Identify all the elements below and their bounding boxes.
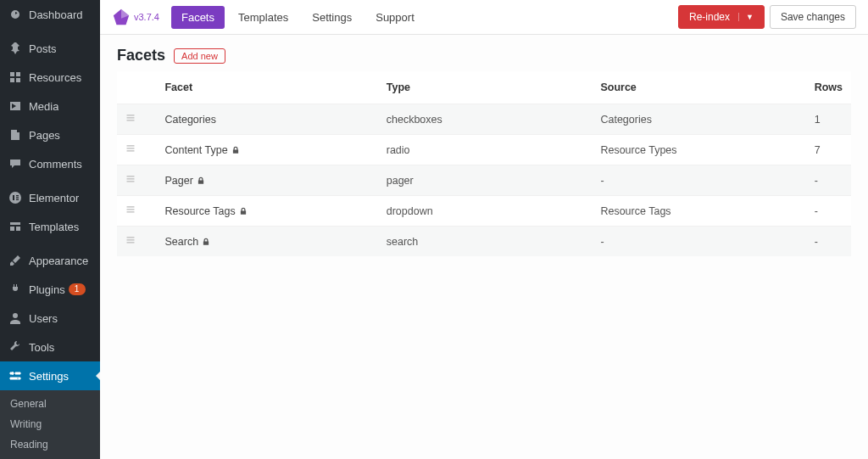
sidebar-item-label: Media — [29, 100, 58, 113]
drag-handle-icon[interactable] — [125, 114, 136, 126]
tab-templates[interactable]: Templates — [228, 6, 298, 29]
plug-icon — [7, 281, 24, 298]
facet-name-link[interactable]: Search — [164, 236, 198, 248]
drag-handle-icon[interactable] — [125, 175, 136, 187]
sidebar-item-tools[interactable]: Tools — [0, 333, 100, 361]
pin-icon — [7, 40, 24, 57]
submenu-item-reading[interactable]: Reading — [0, 434, 100, 455]
sidebar-item-label: Comments — [29, 158, 82, 171]
submenu-item-discussion[interactable]: Discussion — [0, 455, 100, 459]
sidebar-item-resources[interactable]: Resources — [0, 63, 100, 92]
sidebar-item-label: Appearance — [29, 255, 88, 267]
sidebar-item-appearance[interactable]: Appearance — [0, 246, 100, 275]
brush-icon — [7, 252, 24, 269]
facet-name-link[interactable]: Pager — [164, 175, 192, 187]
sidebar-item-posts[interactable]: Posts — [0, 34, 100, 63]
facet-source: - — [592, 227, 805, 257]
settings-submenu: GeneralWritingReadingDiscussionMediaPerm… — [0, 390, 100, 459]
lock-icon — [231, 146, 240, 154]
sidebar-item-settings[interactable]: Settings — [0, 361, 100, 390]
version-label: v3.7.4 — [134, 12, 159, 22]
page-header: Facets Add new — [100, 35, 868, 71]
reindex-caret-icon[interactable]: ▼ — [738, 13, 754, 21]
facet-rows: 1 — [806, 104, 851, 135]
table-row[interactable]: Content TyperadioResource Types7 — [117, 135, 851, 165]
facet-source: Categories — [592, 104, 805, 135]
facet-source: Resource Tags — [592, 196, 805, 227]
lock-icon — [239, 207, 248, 216]
sidebar-item-comments[interactable]: Comments — [0, 149, 100, 178]
update-badge: 1 — [69, 283, 86, 295]
facet-type: radio — [378, 135, 593, 165]
admin-sidebar: DashboardPostsResourcesMediaPagesComment… — [0, 0, 100, 459]
sidebar-item-label: Users — [29, 312, 58, 325]
th-type[interactable]: Type — [378, 71, 593, 104]
drag-handle-icon[interactable] — [125, 236, 136, 248]
sidebar-item-label: Elementor — [29, 192, 79, 204]
wrench-icon — [7, 339, 24, 355]
sidebar-item-media[interactable]: Media — [0, 92, 100, 120]
table-row[interactable]: Searchsearch-- — [117, 227, 851, 257]
sidebar-item-label: Posts — [29, 42, 57, 55]
facet-source: - — [592, 165, 805, 196]
table-row[interactable]: CategoriescheckboxesCategories1 — [117, 104, 851, 135]
tab-settings[interactable]: Settings — [302, 6, 362, 29]
sidebar-item-label: Resources — [29, 71, 81, 84]
reindex-button[interactable]: Re-index ▼ — [678, 5, 765, 29]
sidebar-item-label: Templates — [29, 221, 79, 233]
templates-icon — [7, 218, 24, 235]
facet-source: Resource Types — [592, 135, 805, 165]
tab-support[interactable]: Support — [365, 6, 425, 29]
sidebar-item-plugins[interactable]: Plugins1 — [0, 275, 100, 304]
lock-icon — [197, 176, 205, 185]
facet-name-link[interactable]: Categories — [164, 114, 215, 126]
topbar: v3.7.4 FacetsTemplatesSettingsSupport Re… — [100, 0, 868, 35]
table-row[interactable]: Pagerpager-- — [117, 165, 851, 196]
drag-handle-icon[interactable] — [125, 144, 136, 156]
sliders-icon — [7, 367, 24, 384]
sidebar-item-label: Plugins — [29, 283, 65, 296]
facet-rows: 7 — [806, 135, 851, 165]
sidebar-item-users[interactable]: Users — [0, 304, 100, 333]
sidebar-item-label: Pages — [29, 129, 60, 142]
page-title: Facets — [117, 47, 165, 64]
sidebar-item-pages[interactable]: Pages — [0, 120, 100, 149]
sidebar-item-label: Settings — [29, 370, 69, 383]
tab-facets[interactable]: Facets — [171, 6, 225, 29]
facet-rows: - — [806, 196, 851, 227]
main-area: v3.7.4 FacetsTemplatesSettingsSupport Re… — [100, 0, 868, 459]
facet-name-link[interactable]: Resource Tags — [164, 205, 235, 217]
page-icon — [7, 126, 24, 143]
topbar-tabs: FacetsTemplatesSettingsSupport — [171, 6, 425, 29]
grid-icon — [7, 69, 24, 86]
submenu-item-general[interactable]: General — [0, 394, 100, 414]
reindex-label: Re-index — [689, 11, 730, 23]
comment-icon — [7, 155, 24, 172]
sidebar-item-label: Dashboard — [29, 8, 83, 21]
facet-name-link[interactable]: Content Type — [164, 144, 227, 156]
th-source[interactable]: Source — [592, 71, 805, 104]
facet-type: search — [378, 227, 593, 257]
media-icon — [7, 98, 24, 115]
sidebar-item-templates[interactable]: Templates — [0, 212, 100, 241]
elementor-icon — [7, 189, 24, 206]
save-changes-label: Save changes — [781, 11, 845, 23]
submenu-item-writing[interactable]: Writing — [0, 414, 100, 434]
facets-table: Facet Type Source Rows Categoriescheckbo… — [117, 71, 851, 256]
sidebar-item-elementor[interactable]: Elementor — [0, 183, 100, 212]
th-rows[interactable]: Rows — [806, 71, 851, 104]
save-changes-button[interactable]: Save changes — [770, 5, 856, 29]
dashboard-icon — [7, 6, 24, 23]
facet-rows: - — [806, 227, 851, 257]
facet-type: checkboxes — [378, 104, 593, 135]
lock-icon — [202, 238, 210, 246]
add-new-button[interactable]: Add new — [174, 48, 225, 64]
sidebar-item-label: Tools — [29, 341, 54, 354]
sidebar-item-dashboard[interactable]: Dashboard — [0, 0, 100, 29]
table-row[interactable]: Resource TagsdropdownResource Tags- — [117, 196, 851, 227]
th-facet[interactable]: Facet — [156, 71, 377, 104]
user-icon — [7, 310, 24, 327]
facet-type: pager — [378, 165, 593, 196]
facet-type: dropdown — [378, 196, 593, 227]
drag-handle-icon[interactable] — [125, 205, 136, 217]
